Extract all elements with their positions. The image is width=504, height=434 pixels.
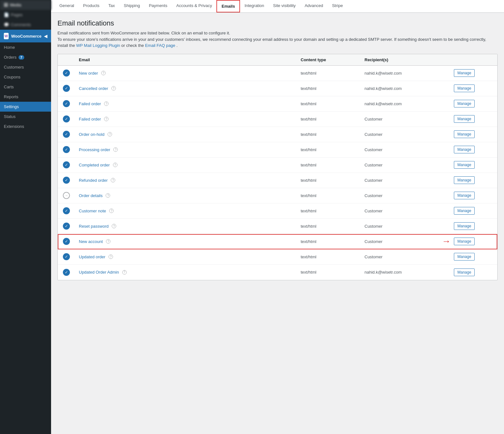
tab-emails[interactable]: Emails [216, 0, 240, 12]
manage-col-reset-password: Manage [454, 222, 492, 230]
main-content: GeneralProductsTaxShippingPaymentsAccoun… [51, 0, 504, 434]
icon-col: ✓ [63, 100, 79, 107]
desc-line1: Email notifications sent from WooCommerc… [57, 31, 230, 35]
recipient-new-account: Customer [365, 239, 454, 244]
manage-button-customer-note[interactable]: Manage [454, 207, 475, 215]
tab-shipping[interactable]: Shipping [119, 0, 145, 12]
email-name-new-account[interactable]: New account [79, 239, 103, 244]
sidebar-item-customers[interactable]: Customers [0, 62, 51, 72]
manage-button-updated-order[interactable]: Manage [454, 253, 475, 261]
tab-site-visibility[interactable]: Site visibility [269, 0, 300, 12]
tab-general[interactable]: General [55, 0, 79, 12]
sidebar-item-orders[interactable]: Orders7 [0, 52, 51, 62]
sidebar-item-settings[interactable]: Settings [0, 102, 51, 112]
tab-integration[interactable]: Integration [240, 0, 268, 12]
help-icon[interactable]: ? [109, 254, 113, 259]
page-title: Email notifications [57, 19, 498, 27]
recipient-failed-order-customer: Customer [365, 117, 454, 121]
email-name-updated-order-admin[interactable]: Updated Order Admin [79, 270, 119, 275]
help-icon[interactable]: ? [109, 209, 114, 213]
sidebar-item-label: Customers [4, 65, 24, 70]
icon-col: ✓ [63, 177, 79, 184]
email-row-refunded-order: ✓ Refunded order ? text/html Customer Ma… [58, 173, 497, 188]
manage-button-processing-order[interactable]: Manage [454, 146, 475, 153]
help-icon[interactable]: ? [113, 163, 117, 167]
manage-button-order-on-hold[interactable]: Manage [454, 130, 475, 138]
sidebar-item-label: Reports [4, 94, 19, 99]
help-icon[interactable]: ? [104, 101, 109, 106]
email-row-order-details: → Order details ? text/html Customer Man… [58, 188, 497, 203]
sidebar-item-comments[interactable]: 💬 Comments [0, 20, 51, 30]
email-name-failed-order-admin[interactable]: Failed order [79, 101, 101, 106]
manage-button-failed-order-admin[interactable]: Manage [454, 100, 475, 107]
help-icon[interactable]: ? [111, 86, 116, 91]
sidebar-item-carts[interactable]: Carts [0, 82, 51, 92]
image-icon: 🖼 [4, 3, 8, 7]
email-name-completed-order[interactable]: Completed order [79, 163, 110, 167]
email-name-processing-order[interactable]: Processing order [79, 147, 110, 152]
help-icon[interactable]: ? [104, 117, 109, 121]
manage-button-reset-password[interactable]: Manage [454, 222, 475, 230]
email-name-failed-order-customer[interactable]: Failed order [79, 117, 101, 121]
help-icon[interactable]: ? [106, 193, 110, 198]
woocommerce-logo[interactable]: W WooCommerce ◀ [0, 30, 51, 42]
tab-accounts---privacy[interactable]: Accounts & Privacy [172, 0, 216, 12]
sidebar-item-media[interactable]: 🖼 Media [0, 0, 51, 10]
tab-advanced[interactable]: Advanced [300, 0, 327, 12]
manage-button-refunded-order[interactable]: Manage [454, 176, 475, 184]
tab-tax[interactable]: Tax [104, 0, 119, 12]
email-rows: ✓ New order ? text/html nahid.k@wisetr.c… [58, 66, 497, 280]
recipient-failed-order-admin: nahid.k@wisetr.com [365, 101, 454, 106]
manage-button-updated-order-admin[interactable]: Manage [454, 268, 475, 276]
manage-button-new-order[interactable]: Manage [454, 69, 475, 77]
manage-button-new-account[interactable]: Manage [454, 238, 475, 245]
email-name-order-on-hold[interactable]: Order on-hold [79, 132, 104, 137]
sidebar-item-label: Status [4, 114, 16, 119]
content-type-order-on-hold: text/html [301, 132, 365, 137]
email-name-cancelled-order[interactable]: Cancelled order [79, 86, 108, 91]
content-type-completed-order: text/html [301, 163, 365, 167]
tab-products[interactable]: Products [79, 0, 104, 12]
sidebar-item-pages[interactable]: 📄 Pages [0, 10, 51, 20]
manage-col-order-details: Manage [454, 192, 492, 199]
email-name-new-order[interactable]: New order [79, 71, 98, 76]
help-icon[interactable]: ? [122, 270, 127, 275]
help-icon[interactable]: ? [112, 224, 116, 228]
email-name-reset-password[interactable]: Reset password [79, 224, 109, 229]
manage-button-order-details[interactable]: Manage [454, 192, 475, 199]
icon-col: ✓ [63, 161, 79, 168]
content-type-reset-password: text/html [301, 224, 365, 229]
wp-mail-link[interactable]: WP Mail Logging Plugin [76, 43, 120, 48]
email-row-order-on-hold: ✓ Order on-hold ? text/html Customer Man… [58, 127, 497, 142]
pages-icon: 📄 [4, 12, 9, 17]
email-row-customer-note: ✓ Customer note ? text/html Customer Man… [58, 203, 497, 219]
email-row-new-account: ✓ New account ? text/html Customer Manag… [58, 234, 497, 249]
tab-stripe[interactable]: Stripe [327, 0, 347, 12]
email-name-customer-note[interactable]: Customer note [79, 209, 106, 213]
icon-col: ✓ [63, 131, 79, 138]
help-icon[interactable]: ? [111, 178, 115, 182]
sidebar-item-status[interactable]: Status [0, 112, 51, 121]
email-name-order-details[interactable]: Order details [79, 193, 102, 198]
manage-button-completed-order[interactable]: Manage [454, 161, 475, 169]
sidebar-item-extensions[interactable]: Extensions [0, 121, 51, 131]
help-icon[interactable]: ? [108, 132, 112, 136]
content-area: Email notifications Email notifications … [51, 13, 504, 287]
sidebar-item-home[interactable]: Home [0, 42, 51, 52]
email-name-updated-order[interactable]: Updated order [79, 254, 105, 259]
help-icon[interactable]: ? [101, 71, 106, 75]
desc-mid: or check the [121, 43, 144, 48]
sidebar-item-reports[interactable]: Reports [0, 92, 51, 102]
email-row-updated-order: ✓ Updated order ? text/html Customer Man… [58, 249, 497, 265]
help-icon[interactable]: ? [106, 239, 110, 244]
recipient-new-order: nahid.k@wisetr.com [365, 71, 454, 76]
help-icon[interactable]: ? [113, 147, 118, 152]
tab-payments[interactable]: Payments [144, 0, 172, 12]
red-arrow-indicator: → [442, 236, 451, 246]
comments-icon: 💬 [4, 22, 9, 27]
email-name-refunded-order[interactable]: Refunded order [79, 178, 108, 183]
manage-button-cancelled-order[interactable]: Manage [454, 85, 475, 92]
sidebar-item-coupons[interactable]: Coupons [0, 72, 51, 82]
email-faq-link[interactable]: Email FAQ page [145, 43, 175, 48]
manage-button-failed-order-customer[interactable]: Manage [454, 115, 475, 123]
